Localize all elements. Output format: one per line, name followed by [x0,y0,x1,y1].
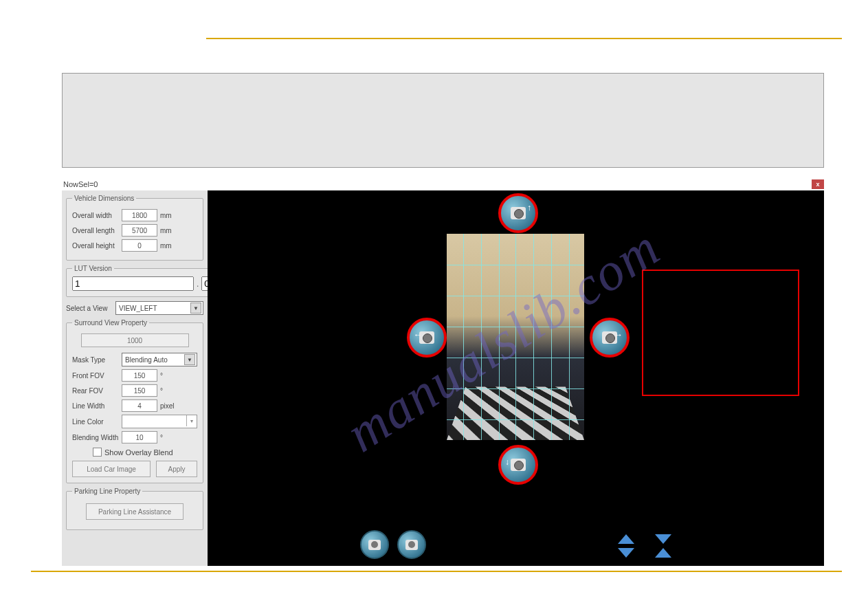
vehicle-legend: Vehicle Dimensions [72,195,136,202]
blending-width-label: Blending Width [72,434,122,441]
surround-view-group: Surround View Property 1000 Mask Type Bl… [66,319,203,483]
main-view: ↑ ← → ↓ [208,190,824,566]
zoom-expand-button[interactable] [617,534,635,559]
rear-fov-input[interactable] [122,384,157,397]
chevron-down-icon: ▾ [186,415,197,426]
overall-height-label: Overall height [72,242,122,250]
blending-width-unit: ° [160,434,163,441]
title-bar: NowSel=0 x [62,177,824,190]
selection-box [642,270,799,396]
checker-floor [447,386,584,440]
select-view-value: VIEW_LEFT [119,305,157,312]
overlay-checkbox[interactable] [93,448,102,457]
chevron-down-icon: ▼ [184,354,195,365]
camera-rear-button[interactable]: ↓ [498,445,538,485]
mask-type-value: Blending Auto [125,356,168,364]
lut-major-input[interactable] [72,276,194,291]
camera-icon [511,459,526,471]
overlay-label: Show Overlay Blend [104,448,173,457]
parking-line-group: Parking Line Property Parking Line Assis… [66,487,203,530]
blending-width-input[interactable] [122,431,157,443]
camera-icon [511,207,526,219]
sidebar: Vehicle Dimensions Overall width mm Over… [62,190,208,566]
mask-type-dropdown[interactable]: Blending Auto ▼ [122,353,197,366]
overall-height-input[interactable] [122,239,157,252]
app-window: NowSel=0 x Vehicle Dimensions Overall wi… [62,177,824,566]
overall-width-input[interactable] [122,209,157,221]
parking-line-assistance-button[interactable]: Parking Line Assistance [86,503,183,520]
arrow-up-icon: ↑ [527,203,531,212]
camera-preview[interactable] [447,234,584,440]
zoom-collapse-button[interactable] [654,534,672,559]
line-width-unit: pixel [160,402,175,410]
camera-right-button[interactable]: → [590,318,630,358]
camera-front-button[interactable]: ↑ [498,193,538,233]
line-width-label: Line Width [72,402,122,410]
arrow-left-icon: ← [414,330,422,340]
camera-icon [405,540,418,550]
length-unit: mm [160,227,172,234]
close-button[interactable]: x [812,179,824,189]
lut-dot: . [197,279,199,289]
top-divider [206,38,842,39]
rear-fov-unit: ° [160,387,163,395]
line-width-input[interactable] [122,399,157,412]
app-body: Vehicle Dimensions Overall width mm Over… [62,190,824,566]
height-unit: mm [160,242,172,250]
window-title: NowSel=0 [62,180,98,188]
load-car-image-button[interactable]: Load Car Image [72,461,151,477]
vehicle-dimensions-group: Vehicle Dimensions Overall width mm Over… [66,195,203,261]
line-color-label: Line Color [72,418,122,426]
rear-fov-label: Rear FOV [72,387,122,395]
width-unit: mm [160,212,172,219]
apply-button[interactable]: Apply [156,461,197,477]
surround-top-input[interactable]: 1000 [81,333,189,347]
front-fov-label: Front FOV [72,372,122,380]
arrow-down-icon: ↓ [505,457,509,467]
camera-left-button[interactable]: ← [407,318,447,358]
select-view-dropdown[interactable]: VIEW_LEFT ▼ [115,301,203,315]
rotate-ccw-button[interactable] [360,530,389,559]
arrow-up-icon [655,548,671,558]
close-icon: x [816,181,819,188]
camera-icon [368,540,381,550]
arrow-down-icon [618,548,634,558]
select-view-label: Select a View [66,305,115,312]
bottom-divider [31,571,842,572]
front-fov-input[interactable] [122,369,157,382]
info-panel [62,73,824,168]
overall-width-label: Overall width [72,212,122,219]
rotate-cw-button[interactable] [397,530,426,559]
surround-legend: Surround View Property [72,319,149,327]
overall-length-label: Overall length [72,227,122,234]
chevron-down-icon: ▼ [190,303,201,314]
front-fov-unit: ° [160,372,163,380]
overall-length-input[interactable] [122,224,157,237]
lut-legend: LUT Version [72,265,114,272]
mask-type-label: Mask Type [72,356,122,364]
arrow-right-icon: → [614,330,623,340]
parking-legend: Parking Line Property [72,487,142,495]
line-color-dropdown[interactable]: ▾ [122,415,197,428]
arrow-up-icon [618,534,634,544]
arrow-down-icon [655,534,671,544]
